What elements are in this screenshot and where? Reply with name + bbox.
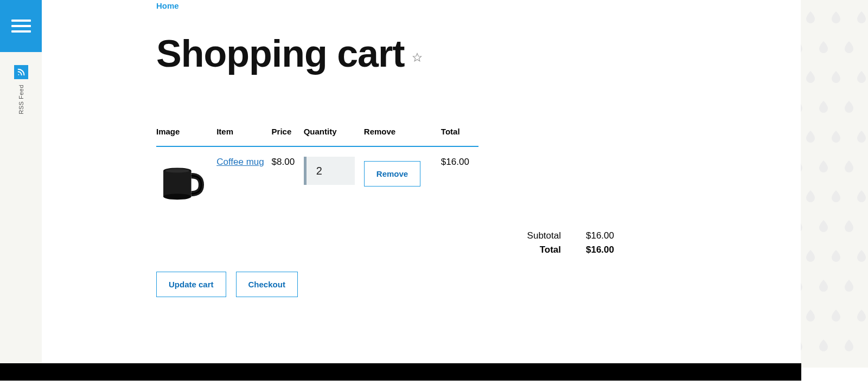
th-total: Total: [441, 127, 478, 146]
th-quantity: Quantity: [304, 127, 364, 146]
sidebar: RSS Feed: [0, 0, 42, 368]
rss-label: RSS Feed: [18, 85, 24, 114]
footer-bar: [0, 363, 801, 381]
totals: Subtotal $16.00 Total $16.00: [156, 230, 614, 255]
breadcrumb: Home: [156, 0, 644, 10]
bottom-gap: [0, 381, 868, 392]
breadcrumb-home[interactable]: Home: [156, 1, 179, 10]
svg-rect-3: [163, 171, 192, 197]
item-link[interactable]: Coffee mug: [216, 157, 264, 167]
svg-point-4: [163, 194, 192, 200]
th-image: Image: [156, 127, 216, 146]
total-value: $16.00: [576, 245, 614, 255]
th-remove: Remove: [364, 127, 441, 146]
item-total: $16.00: [441, 146, 478, 209]
hamburger-icon: [11, 20, 31, 33]
subtotal-value: $16.00: [576, 230, 614, 241]
main-content: Home Shopping cart Image Item Price Quan…: [156, 0, 644, 297]
th-item: Item: [216, 127, 271, 146]
checkout-button[interactable]: Checkout: [236, 272, 298, 297]
svg-point-5: [165, 169, 189, 172]
rss-icon[interactable]: [14, 65, 28, 79]
rss-block: RSS Feed: [0, 65, 42, 114]
svg-point-0: [18, 74, 19, 75]
remove-button[interactable]: Remove: [364, 161, 420, 187]
star-icon[interactable]: [412, 53, 422, 65]
decorative-pattern: [801, 0, 868, 368]
cart-table: Image Item Price Quantity Remove Total: [156, 127, 478, 209]
total-label: Total: [540, 245, 561, 255]
svg-marker-1: [413, 53, 421, 61]
th-price: Price: [272, 127, 304, 146]
item-price: $8.00: [272, 146, 304, 209]
cart-actions: Update cart Checkout: [156, 272, 644, 297]
table-row: Coffee mug $8.00 Remove $16.00: [156, 146, 478, 209]
product-image: [156, 157, 208, 209]
subtotal-label: Subtotal: [527, 230, 561, 241]
menu-button[interactable]: [0, 0, 42, 52]
page-title: Shopping cart: [156, 32, 405, 75]
quantity-input[interactable]: [304, 157, 355, 185]
update-cart-button[interactable]: Update cart: [156, 272, 226, 297]
